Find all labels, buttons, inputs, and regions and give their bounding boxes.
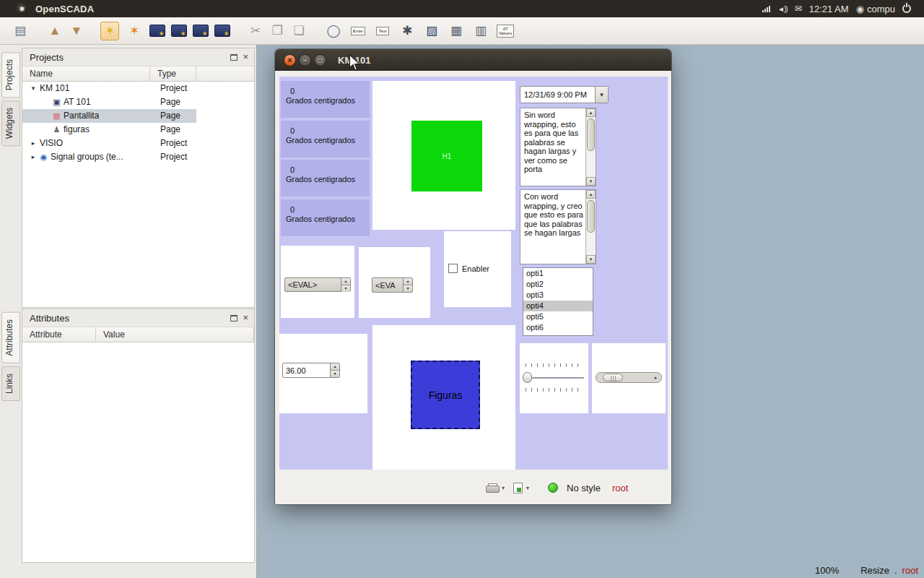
grados-widget[interactable]: 0 Grados centigrados	[281, 160, 370, 197]
tab-links[interactable]: Links	[1, 366, 20, 401]
vertical-scrollbar[interactable]	[585, 190, 596, 264]
document-widget-icon[interactable]: ▥	[471, 22, 490, 40]
eva-combobox[interactable]: <EVA	[372, 277, 413, 293]
tree-row-at-101[interactable]: ▣AT 101Page	[22, 95, 196, 109]
display-2-icon[interactable]: ✶	[171, 25, 187, 37]
list-item[interactable]: opti1	[523, 268, 593, 279]
number-spinbox[interactable]: 36.00	[282, 363, 340, 378]
scroll-down-icon[interactable]	[586, 177, 596, 186]
page-canvas[interactable]: 0 Grados centigrados 0 Grados centigrado…	[279, 77, 668, 470]
scroll-down-icon[interactable]	[586, 255, 596, 264]
scroll-thumb[interactable]	[587, 200, 595, 233]
tab-widgets[interactable]: Widgets	[1, 100, 20, 146]
scroll-up-icon[interactable]	[586, 190, 596, 199]
copy-icon[interactable]: ❐	[268, 22, 287, 40]
panel-float-icon[interactable]	[230, 315, 237, 322]
options-listbox[interactable]: opti1 opti2 opti3 opti4 opti5 opti6	[523, 267, 593, 336]
window-minimize-button[interactable]	[299, 54, 311, 66]
user-menu-icon[interactable]	[856, 4, 864, 14]
status-indicator-icon[interactable]	[548, 483, 558, 493]
export-dropdown-icon[interactable]	[526, 485, 529, 491]
mail-icon[interactable]	[795, 4, 802, 14]
datetime-picker[interactable]: 12/31/69 9:00 PM	[520, 86, 609, 103]
stop-project-icon[interactable]: ✶	[125, 22, 144, 40]
dropdown-arrow-icon[interactable]	[595, 87, 608, 103]
column-header-name[interactable]: Name	[22, 66, 150, 81]
window-maximize-button[interactable]	[314, 54, 326, 66]
volume-icon[interactable]	[777, 5, 788, 13]
figuras-container-widget[interactable]: Figuras	[372, 325, 515, 470]
tab-attributes[interactable]: Attributes	[1, 312, 20, 363]
enter-widget-icon[interactable]: Enter	[349, 22, 367, 40]
list-item[interactable]: opti5	[523, 311, 593, 322]
expander-icon[interactable]: ▸	[28, 150, 38, 164]
tree-row-figuras[interactable]: ♟figurasPage	[22, 123, 196, 137]
list-item[interactable]: opti2	[523, 279, 593, 290]
clock[interactable]: 12:21 AM	[809, 4, 849, 14]
scrollbar-widget[interactable]	[592, 343, 666, 413]
expander-icon[interactable]: ▸	[28, 137, 38, 150]
at-values-widget-icon[interactable]: AT Values	[496, 22, 515, 40]
panel-close-icon[interactable]	[243, 314, 248, 322]
column-header-type[interactable]: Type	[150, 66, 196, 81]
expander-icon[interactable]: ▾	[28, 82, 38, 95]
grados-widget[interactable]: 0 Grados centigrados	[281, 199, 370, 236]
network-signal-icon[interactable]	[762, 6, 770, 12]
cut-icon[interactable]: ✂	[246, 22, 265, 40]
paste-icon[interactable]: ❏	[289, 22, 308, 40]
scroll-up-icon[interactable]	[586, 108, 596, 117]
display-4-icon[interactable]: ✶	[214, 25, 230, 37]
horizontal-scrollbar[interactable]	[596, 372, 662, 383]
power-icon[interactable]	[902, 4, 911, 13]
spin-container-widget[interactable]: 36.00	[279, 334, 367, 413]
tree-row-pantallita[interactable]: ▦PantallitaPage	[22, 109, 196, 123]
grados-widget[interactable]: 0 Grados centigrados	[281, 81, 370, 118]
slider-widget[interactable]	[520, 343, 588, 413]
scroll-thumb[interactable]	[587, 118, 595, 151]
display-1-icon[interactable]: ✶	[149, 25, 165, 37]
slider-handle[interactable]	[523, 372, 532, 383]
checkbox-box[interactable]	[448, 264, 458, 273]
figuras-blue-square[interactable]: Figuras	[411, 361, 480, 429]
tree-row-visio[interactable]: ▸VISIOProject	[22, 137, 196, 150]
eva-container-widget[interactable]: <EVA	[359, 247, 430, 318]
window-titlebar[interactable]: KM 101	[275, 49, 671, 71]
grados-widget[interactable]: 0 Grados centigrados	[281, 121, 370, 158]
column-header-value[interactable]: Value	[96, 327, 254, 342]
list-item[interactable]: opti3	[523, 290, 593, 301]
export-button[interactable]	[513, 483, 523, 493]
tree-row-km-101[interactable]: ▾KM 101Project	[22, 82, 196, 95]
print-button[interactable]	[486, 483, 498, 493]
db-save-icon[interactable]: ▼	[67, 22, 86, 40]
h1-container-widget[interactable]: H1	[372, 81, 515, 230]
panel-float-icon[interactable]	[230, 54, 237, 61]
textarea-wrap-text[interactable]: Con word wrapping, y creo que esto es pa…	[520, 190, 585, 264]
scroll-right-icon[interactable]	[651, 374, 661, 381]
column-header-attribute[interactable]: Attribute	[22, 327, 96, 342]
enabler-container-widget[interactable]: Enabler	[444, 231, 511, 307]
scrollbar-thumb[interactable]	[603, 374, 623, 381]
ellipse-widget-icon[interactable]: ◯	[324, 22, 343, 40]
h1-green-square[interactable]: H1	[411, 121, 482, 191]
slider-groove[interactable]	[524, 377, 584, 379]
enabler-checkbox[interactable]: Enabler	[448, 264, 489, 273]
list-item[interactable]: opti4	[523, 301, 593, 311]
tab-projects[interactable]: Projects	[1, 52, 20, 98]
text-widget-icon[interactable]: Text	[373, 22, 392, 40]
textarea-no-wrap[interactable]: Sin word wrapping, esto es para que las …	[520, 108, 596, 186]
openscada-logo-icon[interactable]	[16, 3, 28, 15]
group-widget-icon[interactable]: ▦	[447, 22, 466, 40]
db-load-icon[interactable]: ▲	[45, 22, 64, 40]
window-close-button[interactable]	[284, 54, 296, 66]
print-icon[interactable]: ▤	[11, 22, 30, 40]
run-project-icon[interactable]: ✶	[100, 22, 119, 40]
username[interactable]: compu	[867, 4, 895, 14]
vertical-scrollbar[interactable]	[585, 108, 596, 186]
textarea-wrap[interactable]: Con word wrapping, y creo que esto es pa…	[520, 189, 596, 264]
panel-close-icon[interactable]	[243, 53, 248, 61]
eval-container-widget[interactable]: <EVAL>	[281, 246, 354, 318]
media-widget-icon[interactable]: ▨	[422, 22, 441, 40]
list-item[interactable]: opti6	[523, 322, 593, 333]
textarea-no-wrap-text[interactable]: Sin word wrapping, esto es para que las …	[520, 108, 585, 186]
function-widget-icon[interactable]: ✱	[398, 22, 417, 40]
